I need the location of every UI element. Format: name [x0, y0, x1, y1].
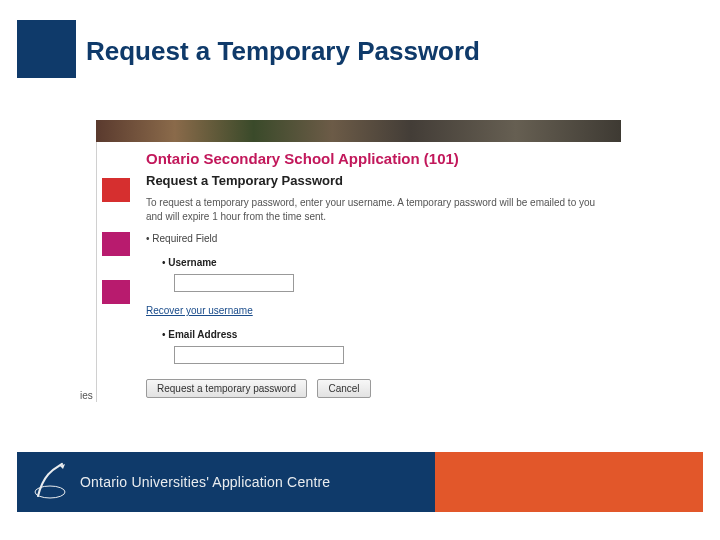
footer: Ontario Universities' Application Centre — [0, 452, 720, 512]
sidebar-accent-2 — [102, 232, 130, 256]
email-label: Email Address — [162, 329, 237, 340]
instruction-text: To request a temporary password, enter y… — [140, 196, 621, 231]
screenshot-panel: ies Ontario Secondary School Application… — [96, 120, 621, 420]
recover-username-link[interactable]: Recover your username — [146, 305, 253, 316]
slide-title: Request a Temporary Password — [86, 36, 480, 67]
button-row: Request a temporary password Cancel — [140, 372, 621, 398]
footer-logo: Ontario Universities' Application Centre — [30, 460, 330, 504]
form-area: Ontario Secondary School Application (10… — [140, 142, 621, 398]
username-input[interactable] — [174, 274, 294, 292]
left-divider — [96, 142, 97, 402]
username-label: Username — [162, 257, 217, 268]
sidebar-accent-3 — [102, 280, 130, 304]
required-field-note: Required Field — [140, 231, 621, 250]
sidebar-accent-1 — [102, 178, 130, 202]
banner-image — [96, 120, 621, 142]
accent-block — [17, 20, 76, 78]
ouac-logo-icon — [30, 462, 70, 502]
page-heading: Request a Temporary Password — [140, 173, 621, 196]
cancel-button[interactable]: Cancel — [317, 379, 370, 398]
cropped-text: ies — [80, 390, 93, 401]
application-title: Ontario Secondary School Application (10… — [140, 142, 621, 173]
footer-org-name: Ontario Universities' Application Centre — [80, 474, 330, 490]
footer-accent — [435, 452, 703, 512]
request-password-button[interactable]: Request a temporary password — [146, 379, 307, 398]
email-input[interactable] — [174, 346, 344, 364]
